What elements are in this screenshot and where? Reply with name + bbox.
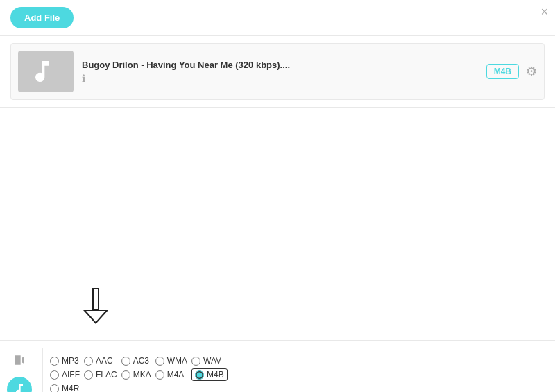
add-file-button[interactable]: Add File (10, 7, 74, 28)
format-mka[interactable]: MKA (121, 370, 151, 380)
format-m4r[interactable]: M4R (50, 384, 80, 392)
file-name: Bugoy Drilon - Having You Near Me (320 k… (82, 60, 478, 70)
file-info: Bugoy Drilon - Having You Near Me (320 k… (82, 60, 478, 84)
video-category-icon[interactable] (7, 348, 32, 373)
format-wav[interactable]: WAV (191, 356, 228, 366)
category-icons (7, 348, 43, 392)
format-aiff[interactable]: AIFF (50, 370, 80, 380)
close-button[interactable]: × (540, 6, 548, 18)
middle-area (0, 108, 555, 267)
down-arrow-icon (83, 288, 108, 326)
format-mp3[interactable]: MP3 (50, 356, 80, 366)
converter-bar: MP3 AAC AC3 WMA WAV AIFF (0, 340, 555, 392)
arrow-container (0, 267, 555, 340)
file-item: Bugoy Drilon - Having You Near Me (320 k… (10, 43, 545, 100)
settings-icon[interactable]: ⚙ (526, 64, 537, 79)
format-m4b[interactable]: M4B (191, 368, 228, 381)
audio-category-icon[interactable] (7, 377, 32, 392)
file-actions: M4B ⚙ (486, 64, 537, 79)
format-badge: M4B (486, 64, 519, 79)
format-aac[interactable]: AAC (84, 356, 117, 366)
format-options: MP3 AAC AC3 WMA WAV AIFF (50, 356, 228, 392)
music-icon (32, 58, 60, 85)
format-wma[interactable]: WMA (155, 356, 187, 366)
format-m4a[interactable]: M4A (155, 370, 187, 380)
video-icon (12, 353, 26, 367)
format-ac3[interactable]: AC3 (121, 356, 151, 366)
format-flac[interactable]: FLAC (84, 370, 117, 380)
file-list: Bugoy Drilon - Having You Near Me (320 k… (0, 36, 555, 108)
file-thumbnail (18, 51, 74, 92)
audio-icon (12, 382, 26, 392)
svg-rect-2 (94, 289, 98, 309)
format-selector: MP3 AAC AC3 WMA WAV AIFF (0, 348, 555, 392)
info-icon[interactable]: ℹ (82, 73, 478, 84)
top-bar: Add File (0, 0, 555, 36)
